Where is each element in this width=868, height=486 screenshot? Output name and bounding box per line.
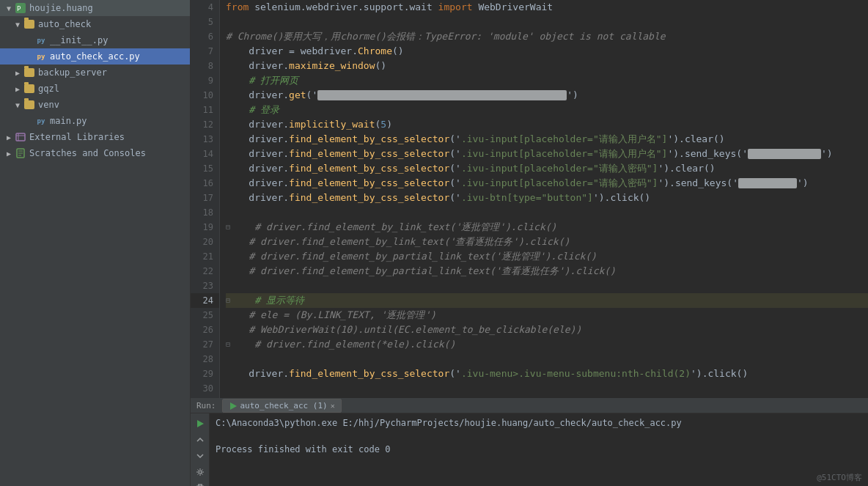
run-tabs-bar: Run: auto_check_acc (1) ✕	[191, 399, 868, 413]
svg-marker-9	[230, 402, 237, 410]
svg-marker-10	[197, 420, 204, 427]
line-num-12: 12	[191, 117, 219, 132]
run-output: C:\Anaconda3\python.exe E:/hhj/PycharmPr…	[210, 413, 868, 486]
code-line-8: driver.maximize_window()	[226, 59, 868, 73]
run-toolbar	[191, 413, 210, 486]
run-settings-button[interactable]	[193, 465, 207, 479]
code-line-10: driver.get(' ')	[226, 88, 868, 103]
svg-rect-2	[16, 133, 25, 141]
run-output-line-3: Process finished with exit code 0	[216, 443, 862, 456]
folder-icon-gqzl	[23, 83, 35, 95]
sidebar-label-acc: auto_check_acc.py	[50, 51, 140, 62]
run-tab-label: auto_check_acc (1)	[240, 401, 328, 410]
code-line-16: driver.find_element_by_css_selector('.iv…	[226, 176, 868, 191]
line-num-20: 20	[191, 235, 219, 249]
sidebar-item-main-py[interactable]: ▶ py main.py	[0, 113, 190, 129]
run-clear-button[interactable]	[193, 481, 207, 486]
bottom-panel: Run: auto_check_acc (1) ✕	[191, 398, 868, 486]
tree-arrow-scratches: ▶	[3, 150, 15, 158]
py-icon-acc: py	[35, 51, 47, 62]
sidebar: ▼ P houjie.huang ▼ auto_check ▶ py __ini…	[0, 0, 191, 486]
sidebar-item-scratches[interactable]: ▶ Scratches and Consoles	[0, 145, 190, 161]
code-line-20: # driver.find_element_by_link_text('查看逐批…	[226, 235, 868, 249]
code-line-17: driver.find_element_by_css_selector('.iv…	[226, 191, 868, 205]
line-num-6: 6	[191, 29, 219, 44]
run-play-button[interactable]	[193, 416, 207, 431]
tree-arrow-gqzl: ▶	[12, 85, 23, 93]
line-num-27: 27	[191, 337, 219, 352]
line-num-8: 8	[191, 59, 219, 73]
tree-arrow-auto-check: ▼	[12, 21, 23, 29]
watermark: @51CTO博客	[817, 472, 862, 483]
code-line-22: # driver.find_element_by_partial_link_te…	[226, 264, 868, 279]
folder-icon-backup	[23, 67, 35, 78]
line-num-29: 29	[191, 367, 219, 381]
tree-arrow-backup: ▶	[12, 69, 23, 77]
line-num-30: 30	[191, 381, 219, 396]
py-icon-main: py	[35, 115, 47, 127]
run-content: C:\Anaconda3\python.exe E:/hhj/PycharmPr…	[191, 413, 868, 486]
code-line-4: from selenium.webdriver.support.wait imp…	[226, 0, 868, 15]
sidebar-item-backup[interactable]: ▶ backup_server	[0, 65, 190, 81]
sidebar-item-auto-check[interactable]: ▼ auto_check	[0, 16, 190, 32]
line-num-9: 9	[191, 73, 219, 88]
line-num-15: 15	[191, 161, 219, 176]
sidebar-label-ext-libs: External Libraries	[29, 132, 125, 142]
code-line-13: driver.find_element_by_css_selector('.iv…	[226, 132, 868, 147]
svg-point-11	[199, 471, 202, 474]
run-output-line-2	[216, 430, 862, 443]
sidebar-item-init[interactable]: ▶ py __init__.py	[0, 32, 190, 48]
main-container: ▼ P houjie.huang ▼ auto_check ▶ py __ini…	[0, 0, 868, 486]
run-icon	[229, 402, 238, 410]
code-line-27: ⊟ # driver.find_element(*ele).click()	[226, 337, 868, 352]
line-num-4: 4	[191, 0, 219, 15]
scratches-icon	[15, 147, 26, 159]
run-scroll-down-button[interactable]	[193, 449, 207, 463]
sidebar-item-gqzl[interactable]: ▶ gqzl	[0, 81, 190, 97]
tree-arrow-ext-libs: ▶	[3, 133, 15, 141]
sidebar-item-ext-libs[interactable]: ▶ External Libraries	[0, 129, 190, 145]
code-line-24: ⊟ # 显示等待	[226, 293, 868, 308]
line-num-18: 18	[191, 205, 219, 220]
code-line-30	[226, 381, 868, 396]
code-line-18	[226, 205, 868, 220]
code-line-14: driver.find_element_by_css_selector('.iv…	[226, 147, 868, 161]
lib-icon	[15, 131, 26, 143]
run-label: Run:	[196, 401, 216, 410]
sidebar-label-root: houjie.huang	[29, 3, 93, 13]
project-icon: P	[15, 2, 26, 14]
sidebar-label-gqzl: gqzl	[38, 84, 59, 94]
sidebar-item-auto-check-acc[interactable]: ▶ py auto_check_acc.py	[0, 48, 190, 65]
code-line-15: driver.find_element_by_css_selector('.iv…	[226, 161, 868, 176]
py-icon-init: py	[35, 34, 47, 46]
line-num-25: 25	[191, 308, 219, 323]
code-line-29: driver.find_element_by_css_selector('.iv…	[226, 367, 868, 381]
code-editor[interactable]: from selenium.webdriver.support.wait imp…	[220, 0, 868, 398]
run-scroll-up-button[interactable]	[193, 432, 207, 447]
sidebar-item-venv[interactable]: ▼ venv	[0, 97, 190, 113]
tree-spacer-init: ▶	[23, 37, 35, 45]
tree-spacer-main: ▶	[23, 117, 35, 125]
line-num-7: 7	[191, 44, 219, 59]
code-line-25: # ele = (By.LINK_TEXT, '逐批管理')	[226, 308, 868, 323]
code-line-19: ⊟ # driver.find_element_by_link_text('逐批…	[226, 220, 868, 235]
run-tab-auto-check[interactable]: auto_check_acc (1) ✕	[222, 399, 342, 413]
code-line-7: driver = webdriver.Chrome()	[226, 44, 868, 59]
code-line-12: driver.implicitly_wait(5)	[226, 117, 868, 132]
sidebar-label-backup: backup_server	[38, 67, 107, 78]
run-output-line-1: C:\Anaconda3\python.exe E:/hhj/PycharmPr…	[216, 416, 862, 430]
folder-icon-auto-check	[23, 18, 35, 30]
sidebar-label-venv: venv	[38, 100, 59, 110]
line-num-22: 22	[191, 264, 219, 279]
line-num-10: 10	[191, 88, 219, 103]
line-num-21: 21	[191, 249, 219, 264]
editor-area: 4 5 6 7 8 9 10 11 12 13 14 15 16 17 18 1…	[191, 0, 868, 486]
line-num-28: 28	[191, 352, 219, 367]
line-num-23: 23	[191, 279, 219, 293]
run-tab-close[interactable]: ✕	[331, 402, 335, 410]
sidebar-label-auto-check: auto_check	[38, 19, 91, 29]
sidebar-label-init: __init__.py	[50, 35, 108, 45]
code-line-5	[226, 15, 868, 29]
line-num-13: 13	[191, 132, 219, 147]
sidebar-item-root[interactable]: ▼ P houjie.huang	[0, 0, 190, 16]
